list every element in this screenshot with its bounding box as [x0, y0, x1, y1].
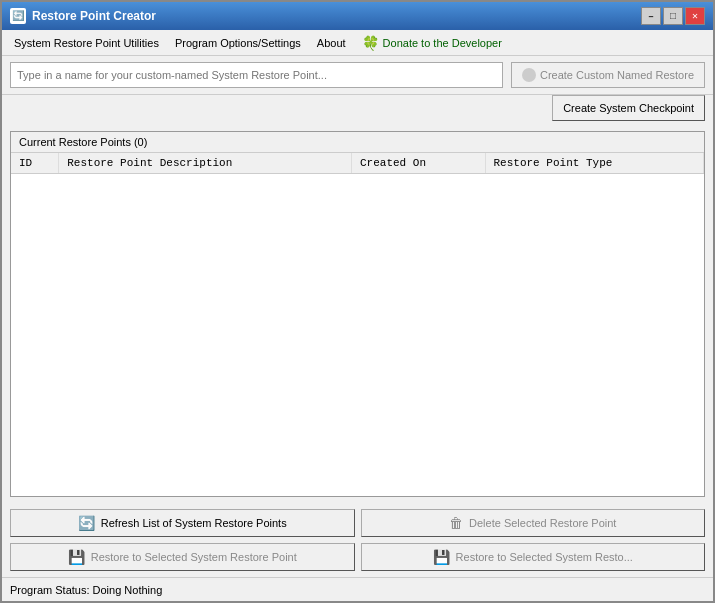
- close-button[interactable]: ✕: [685, 7, 705, 25]
- restore-alt-icon: 💾: [433, 549, 450, 565]
- maximize-button[interactable]: □: [663, 7, 683, 25]
- table-header-row: ID Restore Point Description Created On …: [11, 153, 704, 174]
- menu-about[interactable]: About: [309, 34, 354, 52]
- restore-icon: 💾: [68, 549, 85, 565]
- status-value: Doing Nothing: [93, 584, 163, 596]
- menu-program-options[interactable]: Program Options/Settings: [167, 34, 309, 52]
- delete-icon: 🗑: [449, 515, 463, 531]
- bottom-buttons: 🔄 Refresh List of System Restore Points …: [2, 503, 713, 577]
- window-title: Restore Point Creator: [32, 9, 156, 23]
- col-description: Restore Point Description: [59, 153, 352, 174]
- menu-donate[interactable]: 🍀 Donate to the Developer: [354, 32, 510, 54]
- restore-alt-button[interactable]: 💾 Restore to Selected System Resto...: [361, 543, 706, 571]
- main-window: 🔄 Restore Point Creator – □ ✕ System Res…: [0, 0, 715, 603]
- col-type: Restore Point Type: [485, 153, 703, 174]
- table-container[interactable]: ID Restore Point Description Created On …: [11, 153, 704, 496]
- minimize-button[interactable]: –: [641, 7, 661, 25]
- col-created-on: Created On: [352, 153, 486, 174]
- title-bar: 🔄 Restore Point Creator – □ ✕: [2, 2, 713, 30]
- restore-button[interactable]: 💾 Restore to Selected System Restore Poi…: [10, 543, 355, 571]
- col-id: ID: [11, 153, 59, 174]
- toolbar: Create Custom Named Restore: [2, 56, 713, 95]
- restore-points-table: ID Restore Point Description Created On …: [11, 153, 704, 174]
- create-checkpoint-button[interactable]: Create System Checkpoint: [552, 95, 705, 121]
- delete-button[interactable]: 🗑 Delete Selected Restore Point: [361, 509, 706, 537]
- section-header: Current Restore Points (0): [11, 132, 704, 153]
- refresh-button[interactable]: 🔄 Refresh List of System Restore Points: [10, 509, 355, 537]
- refresh-icon: 🔄: [78, 515, 95, 531]
- create-custom-button[interactable]: Create Custom Named Restore: [511, 62, 705, 88]
- clover-icon: 🍀: [362, 35, 379, 51]
- create-custom-icon: [522, 68, 536, 82]
- status-label: Program Status:: [10, 584, 89, 596]
- app-icon: 🔄: [10, 8, 26, 24]
- restore-points-section: Current Restore Points (0) ID Restore Po…: [10, 131, 705, 497]
- main-content: Current Restore Points (0) ID Restore Po…: [2, 125, 713, 503]
- title-buttons: – □ ✕: [641, 7, 705, 25]
- menu-bar: System Restore Point Utilities Program O…: [2, 30, 713, 56]
- status-bar: Program Status: Doing Nothing: [2, 577, 713, 601]
- checkpoint-row: Create System Checkpoint: [2, 95, 713, 125]
- custom-name-input[interactable]: [10, 62, 503, 88]
- menu-system-restore-utilities[interactable]: System Restore Point Utilities: [6, 34, 167, 52]
